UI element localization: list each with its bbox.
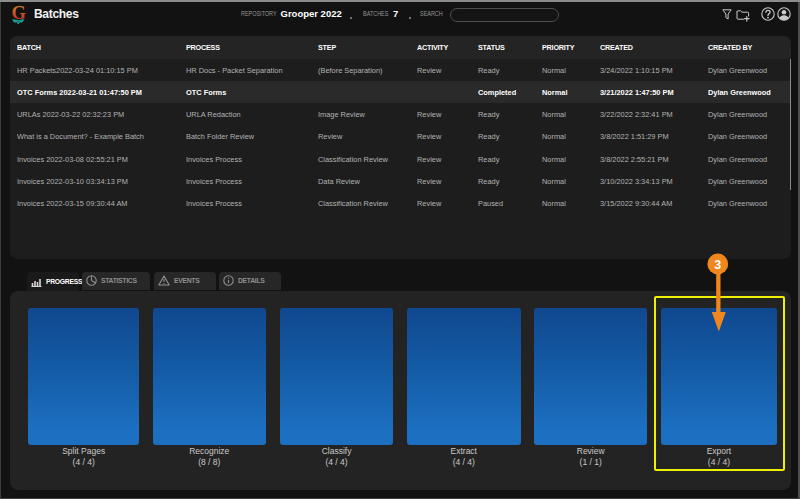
svg-text:3: 3 bbox=[714, 258, 721, 272]
